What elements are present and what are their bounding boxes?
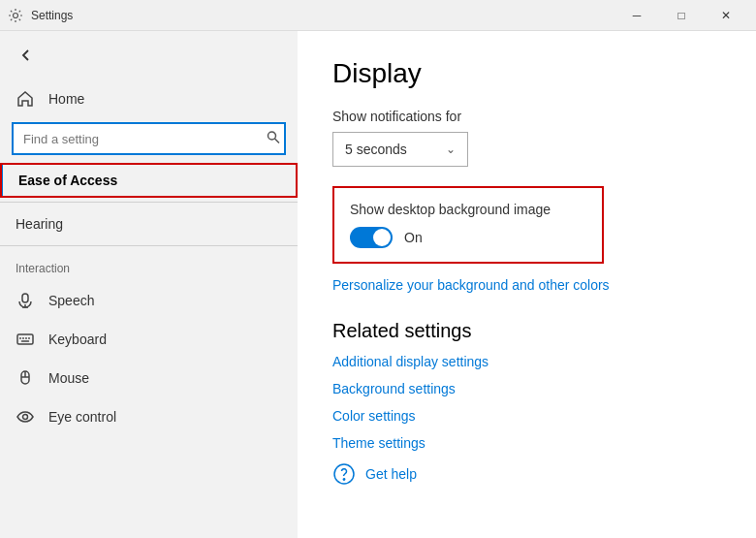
search-wrapper (0, 118, 298, 163)
chevron-down-icon: ⌄ (446, 142, 456, 156)
titlebar-left: Settings (8, 8, 73, 23)
desktop-bg-toggle[interactable] (350, 227, 393, 248)
content-area: Display Show notifications for 5 seconds… (298, 31, 756, 538)
toggle-section-title: Show desktop background image (350, 202, 586, 217)
svg-point-15 (23, 415, 28, 420)
page-title: Display (332, 58, 721, 89)
keyboard-label: Keyboard (48, 332, 107, 347)
maximize-button[interactable]: □ (659, 0, 704, 31)
minimize-button[interactable]: ─ (614, 0, 659, 31)
app-body: Home Ease of Access Hearing Interaction (0, 31, 756, 538)
sidebar-item-home[interactable]: Home (0, 79, 298, 118)
search-input[interactable] (12, 122, 286, 155)
sidebar-item-keyboard[interactable]: Keyboard (0, 320, 298, 359)
search-container (12, 122, 286, 155)
hearing-label: Hearing (16, 216, 63, 232)
titlebar-title: Settings (31, 9, 73, 22)
toggle-knob (373, 229, 391, 246)
sidebar-item-mouse[interactable]: Mouse (0, 359, 298, 397)
divider-1 (0, 202, 298, 203)
notifications-label: Show notifications for (332, 109, 721, 124)
seconds-dropdown[interactable]: 5 seconds ⌄ (332, 132, 468, 167)
get-help-row: Get help (332, 462, 721, 486)
eye-control-icon (16, 407, 35, 427)
sidebar-item-speech[interactable]: Speech (0, 281, 298, 320)
toggle-state-label: On (404, 230, 423, 245)
eye-control-label: Eye control (48, 409, 116, 425)
interaction-section-label: Interaction (0, 250, 298, 281)
mouse-label: Mouse (48, 370, 89, 386)
svg-point-17 (343, 479, 344, 480)
home-label: Home (48, 91, 84, 107)
search-icon (267, 131, 280, 144)
back-arrow-icon (20, 49, 32, 61)
svg-rect-3 (22, 294, 28, 302)
close-button[interactable]: ✕ (704, 0, 748, 31)
sidebar-item-hearing[interactable]: Hearing (0, 206, 298, 241)
sidebar: Home Ease of Access Hearing Interaction (0, 31, 298, 538)
get-help-icon (332, 462, 356, 486)
speech-icon (16, 291, 35, 310)
speech-label: Speech (48, 293, 94, 308)
home-icon (16, 89, 35, 109)
keyboard-icon (16, 330, 35, 349)
search-icon-button[interactable] (267, 131, 280, 147)
seconds-value: 5 seconds (345, 142, 407, 157)
color-settings-link[interactable]: Color settings (332, 408, 721, 424)
get-help-link[interactable]: Get help (365, 466, 417, 482)
svg-point-1 (268, 132, 276, 140)
additional-display-settings-link[interactable]: Additional display settings (332, 354, 721, 369)
related-settings-title: Related settings (332, 320, 721, 342)
svg-rect-6 (17, 334, 33, 344)
divider-2 (0, 245, 298, 246)
sidebar-item-eye-control[interactable]: Eye control (0, 397, 298, 436)
personalize-link[interactable]: Personalize your background and other co… (332, 277, 721, 293)
toggle-row: On (350, 227, 586, 248)
sidebar-item-ease-of-access[interactable]: Ease of Access (0, 163, 298, 198)
toggle-section: Show desktop background image On (332, 186, 604, 264)
mouse-icon (16, 368, 35, 388)
nav-top (0, 31, 298, 79)
svg-point-0 (14, 13, 18, 17)
background-settings-link[interactable]: Background settings (332, 381, 721, 396)
titlebar: Settings ─ □ ✕ (0, 0, 756, 31)
settings-icon (8, 8, 23, 23)
theme-settings-link[interactable]: Theme settings (332, 435, 721, 451)
back-button[interactable] (12, 41, 41, 70)
ease-of-access-label: Ease of Access (18, 173, 117, 188)
titlebar-controls: ─ □ ✕ (614, 0, 748, 31)
svg-line-2 (275, 139, 280, 143)
